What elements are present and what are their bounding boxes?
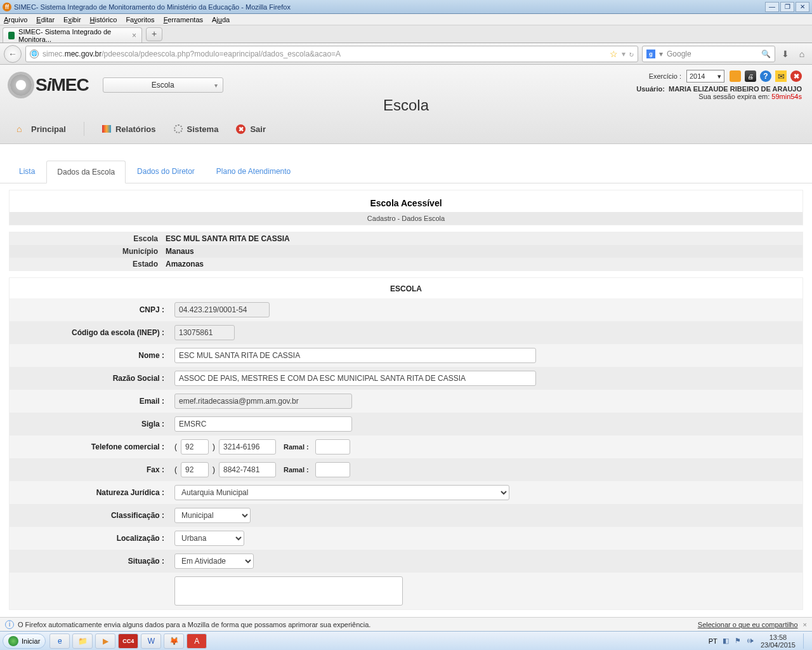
nav-sair[interactable]: ✖ Sair — [236, 124, 266, 134]
url-text: simec.mec.gov.br/pdeescola/pdeescola.php… — [43, 50, 606, 58]
inep-field: 13075861 — [174, 325, 235, 340]
info-icon: i — [5, 620, 14, 629]
firefox-menubar: AArquivorquivo Editar Exibir Histórico F… — [0, 14, 812, 25]
menu-exibir[interactable]: Exibir — [63, 16, 81, 23]
new-tab-button[interactable]: + — [146, 27, 162, 41]
firefox-toolbar: ← 🌐 simec.mec.gov.br/pdeescola/pdeescola… — [0, 43, 812, 65]
tab-lista[interactable]: Lista — [9, 161, 45, 183]
share-link[interactable]: Selecionar o que eu compartilho — [698, 621, 798, 628]
tray-clock[interactable]: 13:5823/04/2015 — [761, 633, 796, 649]
url-bar[interactable]: 🌐 simec.mec.gov.br/pdeescola/pdeescola.p… — [25, 46, 638, 62]
fax-ddd-input[interactable] — [181, 462, 209, 477]
classificacao-select[interactable]: Municipal — [174, 508, 251, 523]
taskbar-media[interactable]: ▶ — [95, 633, 115, 649]
url-dropdown-icon[interactable]: ▾ — [622, 50, 625, 58]
nav-sistema[interactable]: Sistema — [174, 124, 219, 134]
summary-block: EscolaESC MUL SANTA RITA DE CASSIA Munic… — [9, 232, 803, 271]
telefone-ddd-input[interactable] — [181, 439, 209, 454]
localizacao-select[interactable]: Urbana — [174, 531, 244, 546]
back-button[interactable]: ← — [4, 45, 22, 63]
downloads-button[interactable]: ⬇ — [779, 49, 792, 59]
sigla-input[interactable] — [174, 416, 352, 432]
telefone-label: Telefone comercial : — [10, 439, 169, 455]
site-identity-icon[interactable]: 🌐 — [30, 50, 39, 58]
fax-ramal-input[interactable] — [315, 462, 350, 477]
situacao-select[interactable]: Em Atividade — [174, 554, 254, 569]
module-select[interactable]: Escola — [103, 77, 223, 93]
summary-estado-label: Estado — [10, 258, 162, 270]
taskbar-firefox[interactable]: 🦊 — [164, 633, 184, 649]
menu-arquivo[interactable]: AArquivorquivo — [4, 16, 27, 23]
telefone-ramal-input[interactable] — [315, 439, 350, 454]
session-row: Sua sessão expira em: 59min54s — [636, 93, 802, 100]
taskbar-explorer[interactable]: 📁 — [72, 633, 93, 649]
tab-close-icon[interactable]: × — [132, 31, 136, 40]
logout-icon[interactable]: ✖ — [790, 70, 802, 82]
search-bar[interactable]: g ▾ Google 🔍 — [642, 46, 775, 62]
summary-escola-label: Escola — [10, 232, 162, 245]
firefox-info-bar: i O Firefox automaticamente envia alguns… — [0, 617, 812, 631]
info-close-button[interactable]: × — [803, 621, 807, 628]
bookmark-star-icon[interactable]: ☆ — [610, 49, 618, 59]
printer-icon[interactable]: 🖨 — [745, 70, 756, 82]
nav-principal[interactable]: ⌂ Principal — [16, 124, 66, 134]
windows-orb-icon — [8, 636, 18, 646]
year-select[interactable]: 2014▾ — [686, 70, 724, 83]
window-titlebar: ff SIMEC- Sistema Integrado de Monitoram… — [0, 0, 812, 14]
menu-ajuda[interactable]: Ajuda — [212, 16, 230, 23]
tab-dados-escola[interactable]: Dados da Escola — [46, 161, 126, 183]
notes-icon[interactable] — [730, 70, 741, 82]
search-icon[interactable]: 🔍 — [761, 50, 771, 58]
situacao-label: Situação : — [10, 553, 169, 569]
natureza-select[interactable]: Autarquia Municipal — [174, 485, 509, 500]
telefone-num-input[interactable] — [219, 439, 276, 454]
observacao-textarea[interactable] — [174, 576, 403, 606]
taskbar-ie[interactable]: e — [49, 633, 70, 649]
nav-relatorios[interactable]: Relatórios — [102, 124, 156, 134]
classificacao-label: Classificação : — [10, 507, 169, 524]
windows-taskbar: Iniciar e 📁 ▶ CC4 W 🦊 A PT ◧ ⚑ 🕪 13:5823… — [0, 631, 812, 650]
summary-municipio-label: Município — [10, 245, 162, 258]
search-placeholder: Google — [667, 50, 691, 58]
section-subtitle: Cadastro - Dados Escola — [10, 212, 802, 225]
nome-label: Nome : — [10, 347, 169, 364]
nome-input[interactable] — [174, 348, 536, 363]
menu-historico[interactable]: Histórico — [90, 16, 117, 23]
help-icon[interactable]: ? — [760, 70, 771, 82]
empty-label — [10, 587, 169, 595]
reload-icon[interactable]: ↻ — [629, 50, 634, 58]
tray-language[interactable]: PT — [709, 637, 717, 645]
info-text: O Firefox automaticamente envia alguns d… — [18, 621, 370, 628]
show-desktop-button[interactable] — [803, 633, 809, 649]
browser-tab-simec[interactable]: SIMEC- Sistema Integrado de Monitora... … — [3, 27, 142, 43]
firefox-favicon: ff — [3, 3, 11, 11]
user-row: Usuário: MARIA ELIZAUDE RIBEIRO DE ARAUJ… — [636, 85, 802, 93]
fax-label: Fax : — [10, 461, 169, 478]
start-button[interactable]: Iniciar — [3, 633, 46, 649]
main-nav: ⌂ Principal Relatórios Sistema ✖ Sair — [0, 118, 812, 143]
email-field: emef.ritadecassia@pmm.am.gov.br — [174, 394, 352, 409]
cnpj-label: CNPJ : — [10, 302, 169, 318]
window-close-button[interactable]: ✕ — [796, 2, 809, 12]
search-dropdown-icon[interactable]: ▾ — [659, 50, 663, 58]
cnpj-field: 04.423.219/0001-54 — [174, 302, 270, 317]
tray-icons[interactable]: ◧ ⚑ 🕪 — [723, 637, 756, 645]
taskbar-word[interactable]: W — [141, 633, 161, 649]
page-tabs: Lista Dados da Escola Dados do Diretor P… — [0, 144, 812, 183]
taskbar-cc4[interactable]: CC4 — [118, 633, 138, 649]
window-minimize-button[interactable]: — — [765, 2, 779, 12]
tab-favicon — [8, 32, 15, 39]
tab-plano-atendimento[interactable]: Plano de Atendimento — [206, 161, 301, 183]
menu-editar[interactable]: Editar — [36, 16, 55, 23]
window-maximize-button[interactable]: ❐ — [780, 2, 794, 12]
home-button[interactable]: ⌂ — [796, 49, 808, 59]
razao-social-input[interactable] — [174, 371, 536, 386]
tab-dados-diretor[interactable]: Dados do Diretor — [127, 161, 205, 183]
taskbar-reader[interactable]: A — [187, 633, 207, 649]
menu-favoritos[interactable]: Favoritos — [126, 16, 154, 23]
mail-icon[interactable]: ✉ — [775, 70, 787, 82]
fax-num-input[interactable] — [219, 462, 276, 477]
menu-ferramentas[interactable]: Ferramentas — [164, 16, 203, 23]
simec-logo: SiMEC — [10, 74, 89, 96]
tab-label: SIMEC- Sistema Integrado de Monitora... — [18, 28, 126, 43]
